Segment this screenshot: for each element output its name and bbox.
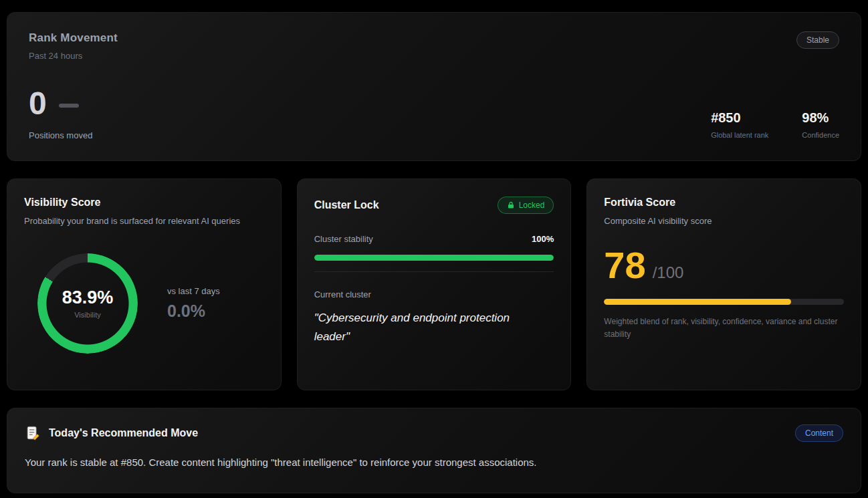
- fortivia-score-card: Fortivia Score Composite AI visibility s…: [586, 178, 861, 390]
- global-rank-value: #850: [711, 110, 768, 126]
- current-cluster-label: Current cluster: [314, 289, 554, 299]
- cluster-stability-bar-fill: [314, 255, 554, 261]
- no-change-dash-icon: [59, 104, 79, 108]
- visibility-body: 83.9% Visibility vs last 7 days 0.0%: [37, 253, 264, 354]
- fortivia-title: Fortivia Score: [604, 197, 844, 209]
- cluster-stability-section: Cluster stability 100%: [314, 234, 554, 272]
- rank-movement-title: Rank Movement: [29, 31, 118, 45]
- rank-movement-titles: Rank Movement Past 24 hours: [29, 31, 118, 61]
- lock-icon: [507, 201, 515, 209]
- visibility-score-card: Visibility Score Probability your brand …: [7, 178, 282, 390]
- visibility-subtitle: Probability your brand is surfaced for r…: [24, 215, 264, 227]
- positions-moved-label: Positions moved: [29, 130, 92, 140]
- recommendation-text: Your rank is stable at #850. Create cont…: [25, 457, 843, 468]
- rank-movement-value-block: 0 Positions moved: [29, 88, 92, 140]
- dashboard-page: Rank Movement Past 24 hours Stable 0 Pos…: [0, 0, 868, 498]
- rank-value-row: 0: [29, 88, 92, 120]
- content-badge: Content: [795, 424, 843, 442]
- confidence-value: 98%: [802, 110, 839, 126]
- fortivia-subtitle: Composite AI visibility score: [604, 215, 844, 227]
- confidence-label: Confidence: [802, 131, 839, 139]
- visibility-gauge: 83.9% Visibility: [37, 253, 138, 354]
- fortivia-score-row: 78 /100: [604, 247, 844, 284]
- visibility-score-label: Visibility: [74, 311, 101, 319]
- visibility-compare-value: 0.0%: [167, 301, 220, 321]
- stable-badge: Stable: [796, 31, 839, 49]
- fortivia-score-bar: [604, 299, 844, 305]
- global-rank-label: Global latent rank: [711, 131, 768, 139]
- visibility-compare-label: vs last 7 days: [167, 286, 220, 296]
- recommendation-card: Today's Recommended Move Content Your ra…: [7, 408, 861, 493]
- confidence-stat: 98% Confidence: [802, 110, 839, 139]
- locked-badge: Locked: [498, 197, 554, 214]
- fortivia-score-bar-fill: [604, 299, 791, 305]
- visibility-ring-center: 83.9% Visibility: [37, 253, 138, 354]
- current-cluster-value: "Cybersecurity and endpoint protection l…: [314, 309, 554, 346]
- global-rank-stat: #850 Global latent rank: [711, 110, 768, 139]
- cluster-lock-title: Cluster Lock: [314, 199, 379, 211]
- cluster-stability-row: Cluster stability 100%: [314, 234, 554, 244]
- cluster-stability-label: Cluster stability: [314, 234, 373, 244]
- cluster-stability-value: 100%: [532, 234, 554, 244]
- recommendation-header: Today's Recommended Move Content: [25, 424, 843, 442]
- fortivia-description: Weighted blend of rank, visibility, conf…: [604, 316, 844, 342]
- fortivia-score-value: 78: [604, 247, 645, 284]
- cluster-lock-header: Cluster Lock Locked: [314, 197, 554, 214]
- rank-movement-subtitle: Past 24 hours: [29, 51, 118, 61]
- visibility-score-value: 83.9%: [62, 287, 114, 308]
- cluster-lock-card: Cluster Lock Locked Cluster stability 10…: [297, 178, 572, 390]
- rank-movement-header: Rank Movement Past 24 hours Stable: [29, 31, 839, 61]
- visibility-title: Visibility Score: [24, 197, 264, 209]
- locked-badge-label: Locked: [519, 201, 545, 210]
- rank-movement-card: Rank Movement Past 24 hours Stable 0 Pos…: [7, 12, 861, 161]
- rank-stats: #850 Global latent rank 98% Confidence: [711, 110, 839, 140]
- positions-moved-value: 0: [29, 88, 47, 120]
- visibility-compare-block: vs last 7 days 0.0%: [167, 286, 220, 321]
- memo-icon: [25, 425, 41, 441]
- metrics-row: Visibility Score Probability your brand …: [7, 178, 861, 390]
- rank-movement-body: 0 Positions moved #850 Global latent ran…: [29, 88, 839, 140]
- recommendation-title: Today's Recommended Move: [49, 427, 198, 439]
- fortivia-score-max: /100: [653, 263, 684, 282]
- cluster-stability-bar: [314, 255, 554, 261]
